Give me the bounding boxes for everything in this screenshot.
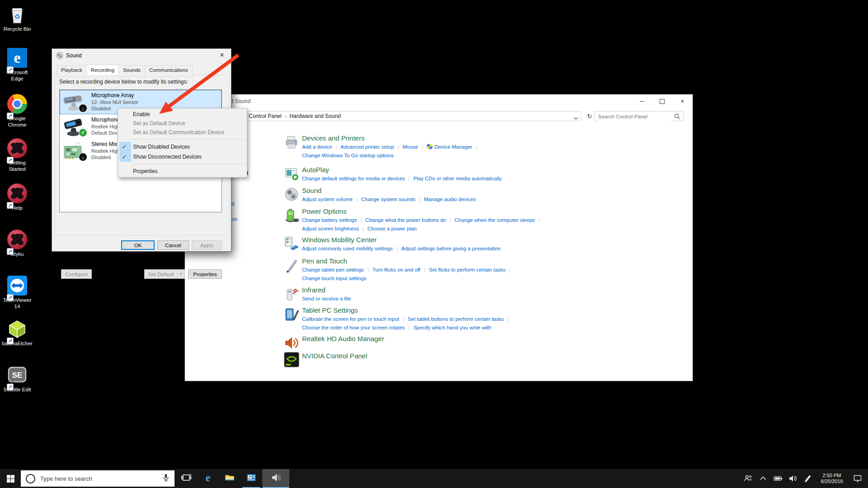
link-advanced-printer-setup[interactable]: Advanced printer setup xyxy=(340,144,394,150)
properties-button[interactable]: Properties xyxy=(188,269,222,279)
desktop-icon-label: Subtitle Edit xyxy=(0,386,34,393)
category-title[interactable]: Realtek HD Audio Manager xyxy=(302,335,384,343)
link-device-manager[interactable]: Device Manager xyxy=(434,144,472,150)
ok-button[interactable]: OK xyxy=(121,240,155,250)
taskbar-edge-task[interactable]: e xyxy=(197,469,219,488)
menu-item-set-as-default-communication-device[interactable]: Set as Default Communication Device xyxy=(118,128,247,137)
minimize-button[interactable] xyxy=(632,94,652,108)
category-title[interactable]: Infrared xyxy=(302,286,326,294)
link-turn-flicks-on-and-off[interactable]: Turn flicks on and off xyxy=(373,267,420,272)
link-choose-a-power-plan[interactable]: Choose a power plan xyxy=(368,226,417,231)
desktop-icon-microsoft-edge[interactable]: eMicrosoft Edge xyxy=(0,48,34,82)
taskbar-clock[interactable]: 2:50 PM8/20/2019 xyxy=(817,473,847,484)
menu-item-set-as-default-device[interactable]: Set as Default Device xyxy=(118,119,247,128)
breadcrumb-hardware-and-sound[interactable]: Hardware and Sound xyxy=(289,113,340,119)
menu-item-properties[interactable]: Properties xyxy=(118,167,247,176)
tray-battery-icon[interactable] xyxy=(772,469,784,488)
taskbar-task-view[interactable] xyxy=(175,469,197,488)
link-play-cds-or-other-media-automatically[interactable]: Play CDs or other media automatically xyxy=(413,176,502,181)
link-change-battery-settings[interactable]: Change battery settings xyxy=(302,217,357,223)
link-change-default-settings-for-media-or-devices[interactable]: Change default settings for media or dev… xyxy=(302,176,405,181)
desktop-icon-help[interactable]: Help xyxy=(0,183,34,211)
link-send-or-receive-a-file[interactable]: Send or receive a file xyxy=(302,296,351,301)
link-adjust-screen-brightness[interactable]: Adjust screen brightness xyxy=(302,226,359,231)
tray-chevron-up-icon[interactable] xyxy=(757,469,769,488)
tab-recording[interactable]: Recording xyxy=(86,65,119,76)
control-panel-search[interactable] xyxy=(594,111,684,121)
tab-communications[interactable]: Communications xyxy=(145,66,193,77)
desktop-icon-recycle-bin[interactable]: ♻Recycle Bin xyxy=(0,5,34,32)
dialog-close-button[interactable]: × xyxy=(213,49,231,61)
tab-sounds[interactable]: Sounds xyxy=(119,66,145,77)
tray-pen-icon[interactable] xyxy=(802,469,814,488)
link-change-what-the-power-buttons-do[interactable]: Change what the power buttons do xyxy=(365,217,446,223)
cancel-button[interactable]: Cancel xyxy=(157,240,189,250)
tray-volume-icon[interactable] xyxy=(787,469,799,488)
menu-item-show-disconnected-devices[interactable]: ✓Show Disconnected Devices xyxy=(118,152,247,162)
configure-button[interactable]: Configure xyxy=(61,269,92,279)
category-autoplay: AutoPlayChange default settings for medi… xyxy=(282,166,680,183)
link-mouse[interactable]: Mouse xyxy=(403,144,419,150)
device-status: Disabled xyxy=(91,106,111,111)
link-add-a-device[interactable]: Add a device xyxy=(302,144,332,150)
refresh-button[interactable]: ↻ xyxy=(585,111,594,121)
tray-action-center-icon[interactable] xyxy=(850,469,865,488)
link-change-tablet-pen-settings[interactable]: Change tablet pen settings xyxy=(302,267,364,272)
link-change-system-sounds[interactable]: Change system sounds xyxy=(361,197,415,202)
control-panel-titlebar[interactable]: Hardware and Sound × xyxy=(185,94,693,108)
sound-dialog-titlebar[interactable]: Sound × xyxy=(52,49,231,62)
link-calibrate-the-screen-for-pen-or-touch-input[interactable]: Calibrate the screen for pen or touch in… xyxy=(302,316,399,322)
category-title[interactable]: AutoPlay xyxy=(302,166,329,174)
link-change-windows-to-go-startup-options[interactable]: Change Windows To Go startup options xyxy=(302,153,393,158)
styku-icon xyxy=(7,230,27,249)
taskbar-explorer[interactable] xyxy=(219,469,241,488)
tab-playback[interactable]: Playback xyxy=(57,66,86,77)
category-title[interactable]: Sound xyxy=(302,187,321,195)
link-set-tablet-buttons-to-perform-certain-tasks[interactable]: Set tablet buttons to perform certain ta… xyxy=(408,316,504,322)
address-dropdown-icon[interactable] xyxy=(574,115,578,122)
microphone-icon[interactable] xyxy=(162,474,170,483)
link-set-flicks-to-perform-certain-tasks[interactable]: Set flicks to perform certain tasks xyxy=(429,267,505,272)
category-title[interactable]: Tablet PC Settings xyxy=(302,306,358,314)
link-adjust-commonly-used-mobility-settings[interactable]: Adjust commonly used mobility settings xyxy=(302,246,393,251)
start-button[interactable] xyxy=(0,469,21,488)
menu-item-enable[interactable]: Enable xyxy=(118,110,247,119)
desktop-icon-getting-started[interactable]: Getting Started xyxy=(0,138,34,172)
category-title[interactable]: Windows Mobility Center xyxy=(302,236,377,244)
desktop-icon-google-chrome[interactable]: Google Chrome xyxy=(0,94,34,128)
taskbar-search[interactable] xyxy=(21,470,175,487)
desktop-icon-styku[interactable]: Styku xyxy=(0,230,34,257)
taskbar-sound-speaker-task[interactable] xyxy=(262,469,289,488)
set-default-button[interactable]: Set Default xyxy=(144,269,178,279)
link-adjust-system-volume[interactable]: Adjust system volume xyxy=(302,197,353,202)
link-manage-audio-devices[interactable]: Manage audio devices xyxy=(424,197,476,202)
close-button[interactable]: × xyxy=(672,94,693,108)
link-change-when-the-computer-sleeps[interactable]: Change when the computer sleeps xyxy=(455,217,535,223)
search-icon[interactable] xyxy=(674,113,681,122)
category-title[interactable]: Power Options xyxy=(302,207,346,216)
link-specify-which-hand-you-write-with[interactable]: Specify which hand you write with xyxy=(413,325,491,330)
desktop-icon-subtitle-edit[interactable]: SESubtitle Edit xyxy=(0,365,34,393)
windows-logo-icon xyxy=(7,475,14,483)
category-title[interactable]: Pen and Touch xyxy=(302,257,347,265)
link-choose-the-order-of-how-your-screen-rotates[interactable]: Choose the order of how your screen rota… xyxy=(302,325,405,330)
control-panel-search-input[interactable] xyxy=(597,112,671,121)
link-change-touch-input-settings[interactable]: Change touch input settings xyxy=(302,276,367,281)
breadcrumb-control-panel[interactable]: Control Panel xyxy=(249,113,282,119)
tray-people-icon[interactable] xyxy=(742,469,754,488)
category-title[interactable]: NVIDIA Control Panel xyxy=(302,352,367,360)
category-title[interactable]: Devices and Printers xyxy=(302,134,364,142)
disabled-arrow-icon: ↓ xyxy=(79,104,87,113)
menu-item-show-disabled-devices[interactable]: ✓Show Disabled Devices xyxy=(118,142,247,152)
link-adjust-settings-before-giving-a-presentation[interactable]: Adjust settings before giving a presenta… xyxy=(401,246,501,251)
power-icon xyxy=(284,207,299,223)
desktop-icon-balenaetcher[interactable]: balenaEtcher xyxy=(0,319,34,347)
apply-button[interactable]: Apply xyxy=(192,240,222,250)
maximize-button[interactable] xyxy=(652,94,672,108)
taskbar-search-input[interactable] xyxy=(39,475,162,483)
checkmark-icon: ✓ xyxy=(122,152,127,162)
desktop-icon-teamviewer-14[interactable]: TeamViewer 14 xyxy=(0,276,34,310)
address-bar[interactable]: Control Panel›Hardware and Sound xyxy=(226,111,581,121)
taskbar-control-panel-task[interactable] xyxy=(241,469,262,488)
set-default-dropdown[interactable]: ▼ xyxy=(177,269,185,279)
